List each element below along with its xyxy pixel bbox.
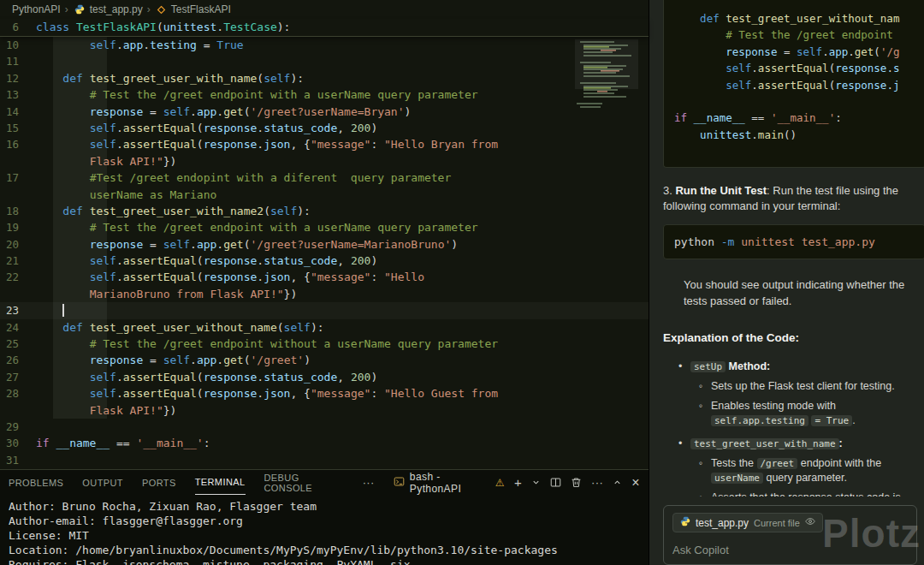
line-number: 11: [0, 53, 36, 69]
line-number: [0, 153, 36, 170]
code-line: 26 response = self.app.get('/greet'): [0, 352, 649, 368]
explanation-heading: Explanation of the Code:: [663, 331, 912, 344]
code-line: 25 # Test the /greet endpoint without a …: [0, 336, 649, 352]
chat-step-3: 3. Run the Unit Test: Run the test file …: [663, 183, 912, 214]
line-number: 30: [0, 435, 36, 451]
terminal-icon: [394, 476, 405, 490]
step-number: 3.: [663, 184, 675, 197]
code-line: 24 def test_greet_user_without_name(self…: [0, 319, 649, 336]
terminal-instance[interactable]: bash - PythonAPI ⚠: [394, 471, 505, 495]
terminal-line: Location: /home/bryanlinuxbox/Documents/…: [9, 543, 649, 557]
breadcrumb-folder[interactable]: PythonAPI: [12, 3, 61, 15]
code-line: 23: [0, 302, 649, 318]
line-number: 15: [0, 120, 36, 136]
code-line: 18 def test_greet_user_with_name2(self):: [0, 203, 649, 219]
code-line: 28 self.assertEqual(response.json, {"mes…: [0, 385, 649, 401]
code-line: 17 #Test /greet endopint with a diferent…: [0, 170, 649, 186]
panel-tab-bar: PROBLEMSOUTPUTPORTSTERMINALDEBUG CONSOLE…: [0, 470, 649, 495]
copilot-chat-panel: def test_greet_user_without_nam # Test t…: [649, 0, 924, 565]
line-number: 29: [0, 419, 36, 435]
code-line: userName as Mariano: [0, 187, 649, 203]
panel-more-actions-icon[interactable]: ···: [591, 477, 603, 488]
panel-toolbar: bash - PythonAPI ⚠ + ···: [394, 470, 640, 495]
step-title: Run the Unit Test: [675, 184, 767, 197]
code-line: 12 def test_greet_user_with_name(self):: [0, 70, 649, 86]
line-number: 13: [0, 86, 36, 103]
code-line: def test_greet_user_without_nam: [674, 10, 924, 27]
code-line: 6class TestFlaskAPI(unittest.TestCase):: [0, 19, 290, 35]
list-item: ◦Tests the /greet endpoint with the user…: [663, 456, 915, 485]
line-number: 19: [0, 219, 36, 235]
context-file-name: test_app.py: [696, 517, 749, 529]
kill-terminal-icon[interactable]: [571, 477, 582, 488]
line-number: [0, 286, 36, 302]
split-terminal-icon[interactable]: [550, 477, 561, 488]
text-cursor: [62, 304, 64, 317]
chat-code-block: def test_greet_user_without_nam # Test t…: [663, 0, 924, 168]
line-number: 21: [0, 253, 36, 269]
breadcrumb-separator-icon: ›: [65, 3, 68, 15]
code-lines: 10 self.app.testing = True1112 def test_…: [0, 37, 649, 469]
line-number: 32: [0, 468, 36, 469]
code-line: 13 # Test the /greet endpoint with a use…: [0, 86, 649, 103]
code-line: if __name__ == '__main__':: [674, 110, 924, 126]
context-attachment-pill[interactable]: test_app.py Current file: [672, 513, 823, 532]
list-item: •test_greet_user_with_name:: [663, 437, 915, 451]
breadcrumb-file[interactable]: test_app.py: [90, 3, 143, 15]
code-line: 14 response = self.app.get('/greet?userN…: [0, 104, 649, 120]
sticky-scroll-line[interactable]: 6class TestFlaskAPI(unittest.TestCase):: [0, 19, 649, 37]
new-terminal-button[interactable]: +: [514, 476, 522, 489]
panel-tab-output[interactable]: OUTPUT: [82, 470, 123, 495]
code-line: 11: [0, 53, 649, 69]
explanation-list: •setUp Method:◦Sets up the Flask test cl…: [663, 351, 915, 497]
minimap[interactable]: [575, 39, 638, 125]
panel-tab-ports[interactable]: PORTS: [142, 470, 176, 495]
panel-tab-terminal[interactable]: TERMINAL: [195, 470, 246, 495]
warning-icon[interactable]: ⚠: [495, 477, 505, 489]
chat-input[interactable]: Ask Copilot: [672, 544, 908, 556]
line-number: 18: [0, 203, 36, 219]
line-number: 16: [0, 136, 36, 152]
code-line: 20 response = self.app.get('/greet?userN…: [0, 236, 649, 253]
breadcrumb-symbol[interactable]: TestFlaskAPI: [171, 3, 231, 15]
panel-tab-problems[interactable]: PROBLEMS: [9, 470, 63, 495]
terminal-profile-chevron-down-icon[interactable]: [531, 478, 541, 487]
line-number: 26: [0, 352, 36, 368]
line-number: 28: [0, 385, 36, 401]
chat-command-block: python -m unittest test_app.py: [663, 224, 924, 259]
terminal-instance-label: bash - PythonAPI: [410, 471, 490, 495]
code-line: 22 self.assertEqual(response.json, {"mes…: [0, 269, 649, 285]
line-number: 31: [0, 452, 36, 468]
line-number: 6: [0, 19, 36, 35]
line-number: 23: [0, 302, 36, 318]
line-number: 17: [0, 170, 36, 186]
line-number: 24: [0, 319, 36, 336]
panel-tab-debug-console[interactable]: DEBUG CONSOLE: [264, 470, 344, 495]
list-item: ◦Asserts that the response status code i…: [663, 491, 915, 497]
maximize-panel-chevron-up-icon[interactable]: [613, 478, 622, 487]
python-file-icon: [74, 4, 85, 15]
line-number: [0, 402, 36, 419]
line-number: [0, 187, 36, 203]
more-panel-tabs-icon[interactable]: ···: [363, 470, 375, 495]
terminal-output[interactable]: Author: Bruno Rocha, Zixuan Rao, Flasgge…: [0, 495, 649, 565]
line-number: 25: [0, 336, 36, 352]
chat-input-box: test_app.py Current file Ask Copilot: [663, 505, 917, 565]
code-line: response = self.app.get('/g: [674, 44, 924, 60]
close-panel-icon[interactable]: ×: [631, 476, 640, 490]
context-file-label: Current file: [754, 518, 800, 528]
vscode-window: PythonAPI › test_app.py › TestFlaskAPI 6…: [0, 0, 924, 565]
code-editor[interactable]: 10 self.app.testing = True1112 def test_…: [0, 37, 649, 469]
terminal-line: Author: Bruno Rocha, Zixuan Rao, Flasgge…: [9, 499, 649, 514]
list-item: ◦Sets up the Flask test client for testi…: [663, 379, 915, 394]
list-item: ◦Enables testing mode with self.app.test…: [663, 399, 915, 428]
editor-group: PythonAPI › test_app.py › TestFlaskAPI 6…: [0, 0, 649, 565]
terminal-line: Requires: Flask, jsonschema, mistune, pa…: [9, 557, 649, 565]
eye-icon[interactable]: [805, 516, 815, 529]
python-file-icon: [680, 516, 690, 529]
class-symbol-icon: [157, 5, 166, 15]
code-line: 19 # Test the /greet endpoint with a use…: [0, 219, 649, 235]
chat-note: You should see output indicating whether…: [684, 277, 912, 309]
code-line: 32 unittest.main(): [0, 468, 649, 469]
line-number: 10: [0, 37, 36, 53]
